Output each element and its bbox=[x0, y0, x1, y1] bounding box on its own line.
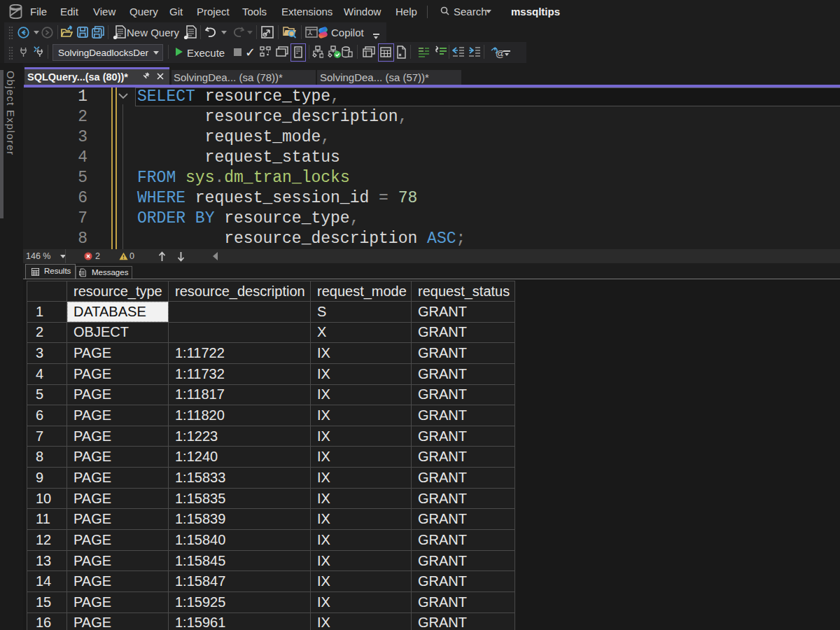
svg-text:@: @ bbox=[496, 48, 503, 58]
